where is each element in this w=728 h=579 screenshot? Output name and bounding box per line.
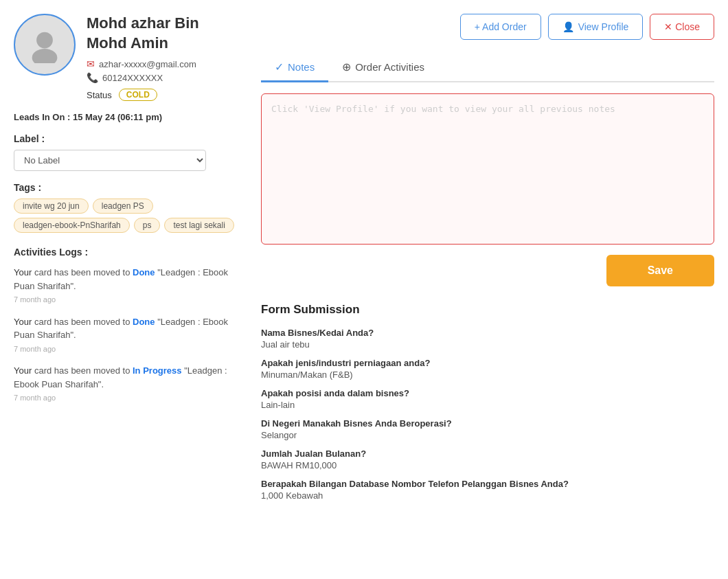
svg-point-0 <box>36 32 53 49</box>
top-buttons: + Add Order 👤 View Profile ✕ Close <box>261 14 714 40</box>
form-item: Berapakah Bilangan Database Nombor Telef… <box>261 479 714 501</box>
activity-your: Your <box>14 267 32 277</box>
activity-item: Your card has been moved to In Progress … <box>14 364 240 404</box>
tag-item: invite wg 20 jun <box>14 198 89 214</box>
activities-section: Activities Logs : Your card has been mov… <box>14 247 240 404</box>
email-value: azhar-xxxxx@gmail.com <box>99 59 196 69</box>
form-item: Apakah posisi anda dalam bisnes? Lain-la… <box>261 388 714 410</box>
label-section: Label : No Label Hot Warm Cold <box>14 133 240 171</box>
add-order-button[interactable]: + Add Order <box>460 14 541 40</box>
form-item: Jumlah Jualan Bulanan? BAWAH RM10,000 <box>261 449 714 470</box>
form-answer: BAWAH RM10,000 <box>261 460 714 470</box>
activity-your: Your <box>14 365 32 376</box>
tag-item: test lagi sekali <box>164 218 234 233</box>
email-icon: ✉ <box>87 58 95 69</box>
leads-in-on: Leads In On : 15 May 24 (06:11 pm) <box>14 112 240 122</box>
save-button[interactable]: Save <box>606 255 714 286</box>
save-btn-row: Save <box>261 255 714 286</box>
activity-item: Your card has been moved to Done "Leadge… <box>14 315 240 355</box>
activity-item: Your card has been moved to Done "Leadge… <box>14 266 240 306</box>
form-answer: Jual air tebu <box>261 339 714 350</box>
tab-order-activities[interactable]: ⊕ Order Activities <box>328 54 438 82</box>
view-profile-button[interactable]: 👤 View Profile <box>548 14 644 40</box>
form-answer: Lain-lain <box>261 400 714 410</box>
avatar <box>14 14 76 76</box>
activity-time: 7 month ago <box>14 294 240 306</box>
label-select[interactable]: No Label Hot Warm Cold <box>14 150 206 171</box>
tags-title: Tags : <box>14 182 240 193</box>
activity-your: Your <box>14 317 32 327</box>
tag-item: ps <box>134 218 161 233</box>
left-panel: Mohd azhar Bin Mohd Amin ✉ azhar-xxxxx@g… <box>14 14 247 565</box>
form-item: Nama Bisnes/Kedai Anda? Jual air tebu <box>261 328 714 350</box>
tags-section: Tags : invite wg 20 jun leadgen PS leadg… <box>14 182 240 233</box>
form-item: Apakah jenis/industri perniagaan anda? M… <box>261 358 714 380</box>
form-question: Apakah jenis/industri perniagaan anda? <box>261 358 714 368</box>
activity-highlight: In Progress <box>133 365 182 376</box>
close-button[interactable]: ✕ Close <box>650 14 714 40</box>
form-item: Di Negeri Manakah Bisnes Anda Beroperasi… <box>261 418 714 440</box>
order-activities-icon: ⊕ <box>342 60 351 73</box>
tabs: ✓ Notes ⊕ Order Activities <box>261 54 714 82</box>
form-submission: Form Submission Nama Bisnes/Kedai Anda? … <box>261 303 714 501</box>
form-question: Berapakah Bilangan Database Nombor Telef… <box>261 479 714 489</box>
form-question: Di Negeri Manakah Bisnes Anda Beroperasi… <box>261 418 714 429</box>
label-title: Label : <box>14 133 240 144</box>
status-label: Status <box>87 90 112 100</box>
form-submission-title: Form Submission <box>261 303 714 317</box>
phone-row: 📞 60124XXXXXX <box>87 72 240 83</box>
status-row: Status COLD <box>87 89 240 101</box>
activities-title: Activities Logs : <box>14 247 240 258</box>
phone-value: 60124XXXXXX <box>102 73 163 83</box>
form-question: Jumlah Jualan Bulanan? <box>261 449 714 459</box>
svg-point-1 <box>32 49 58 63</box>
tab-notes[interactable]: ✓ Notes <box>261 54 328 82</box>
form-question: Apakah posisi anda dalam bisnes? <box>261 388 714 398</box>
form-answer: 1,000 Kebawah <box>261 490 714 501</box>
leads-value: 15 May 24 (06:11 pm) <box>73 112 162 122</box>
person-icon: 👤 <box>562 21 574 32</box>
leads-label: Leads In On : <box>14 112 70 122</box>
profile-name: Mohd azhar Bin Mohd Amin <box>87 14 240 53</box>
activity-highlight: Done <box>133 317 155 327</box>
activity-highlight: Done <box>133 267 155 277</box>
status-badge: COLD <box>119 89 157 101</box>
form-question: Nama Bisnes/Kedai Anda? <box>261 328 714 338</box>
email-row: ✉ azhar-xxxxx@gmail.com <box>87 58 240 69</box>
form-answer: Minuman/Makan (F&B) <box>261 370 714 380</box>
form-answer: Selangor <box>261 430 714 440</box>
tags-container: invite wg 20 jun leadgen PS leadgen-eboo… <box>14 198 240 233</box>
activity-time: 7 month ago <box>14 392 240 404</box>
right-panel: + Add Order 👤 View Profile ✕ Close ✓ Not… <box>261 14 714 565</box>
notes-textarea[interactable] <box>261 93 714 245</box>
notes-icon: ✓ <box>275 60 284 73</box>
tag-item: leadgen PS <box>93 198 153 214</box>
activity-time: 7 month ago <box>14 343 240 355</box>
profile-info: Mohd azhar Bin Mohd Amin ✉ azhar-xxxxx@g… <box>87 14 240 101</box>
tag-item: leadgen-ebook-PnSharifah <box>14 218 130 233</box>
profile-header: Mohd azhar Bin Mohd Amin ✉ azhar-xxxxx@g… <box>14 14 240 101</box>
phone-icon: 📞 <box>87 72 98 83</box>
